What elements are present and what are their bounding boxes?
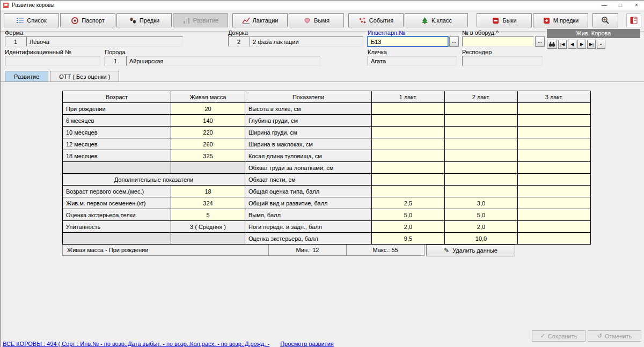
lact3-cell[interactable] (518, 138, 591, 150)
farm-code-field[interactable] (5, 36, 26, 47)
lact3-cell[interactable] (518, 150, 591, 162)
delete-data-button[interactable]: ✎ Удалить данные (426, 245, 515, 256)
development-icon (182, 17, 191, 25)
toolbar-button-lactations[interactable]: Лактации (232, 13, 288, 27)
last-record-button[interactable]: ▶| (587, 40, 596, 49)
toolbar-button-passport[interactable]: Паспорт (60, 13, 115, 27)
lact1-cell[interactable]: 5,0 (372, 209, 445, 221)
toolbar-button-maternal-ancestors[interactable]: М.предки (533, 13, 588, 27)
mass-cell[interactable]: 324 (171, 197, 245, 209)
toolbar-button-label: Список (27, 17, 47, 24)
minimize-button[interactable]: — (596, 1, 612, 10)
lact3-cell[interactable] (518, 197, 591, 209)
lact3-cell[interactable] (518, 103, 591, 115)
lact1-cell[interactable] (372, 138, 445, 150)
lact3-cell[interactable] (518, 209, 591, 221)
header-lact2: 2 лакт. (445, 91, 518, 103)
more-records-button[interactable]: ▪ (597, 40, 605, 49)
mass-cell[interactable]: 260 (171, 138, 245, 150)
lact2-cell[interactable]: 3,0 (445, 197, 518, 209)
lact1-cell[interactable] (372, 186, 445, 197)
nickname-field[interactable] (368, 56, 457, 66)
app-window: Развитие коровы — □ × Список Паспорт Пре… (0, 0, 644, 347)
lact2-cell[interactable] (445, 103, 518, 115)
mass-cell[interactable]: 140 (171, 115, 245, 127)
indicator-cell: Вымя, балл (245, 209, 372, 221)
mass-cell[interactable]: 20 (171, 103, 245, 115)
lact2-cell[interactable]: 5,0 (445, 209, 518, 221)
lact3-cell[interactable] (518, 115, 591, 127)
toolbar-button-bulls[interactable]: Быки (477, 13, 532, 27)
status-bar: ВСЕ КОРОВЫ : 494 ( Сорт : Инв.№ - по воз… (3, 341, 334, 347)
close-button[interactable]: × (628, 1, 644, 10)
inventory-browse-button[interactable]: ... (449, 36, 459, 47)
delete-icon: ✎ (444, 247, 449, 254)
lact1-cell[interactable] (372, 174, 445, 186)
responder-field[interactable] (462, 56, 543, 66)
lact3-cell[interactable] (518, 221, 591, 233)
prev-record-button[interactable]: ◀ (568, 40, 576, 49)
mass-cell[interactable]: 220 (171, 127, 245, 138)
lact2-cell[interactable]: 10,0 (445, 233, 518, 245)
report-button[interactable] (626, 13, 641, 27)
lact1-cell[interactable] (372, 150, 445, 162)
milkmaid-code-field[interactable] (228, 36, 250, 47)
find-cow-button[interactable] (592, 13, 618, 27)
mass-cell[interactable]: 3 ( Средняя ) (171, 221, 245, 233)
lact2-cell[interactable] (445, 162, 518, 174)
cancel-label: Отменить (605, 333, 632, 339)
lact3-cell[interactable] (518, 127, 591, 138)
inventory-number-label[interactable]: Инвентарн.№ (368, 29, 405, 37)
lact2-cell[interactable] (445, 174, 518, 186)
lact2-cell[interactable] (445, 127, 518, 138)
mass-cell[interactable]: 5 (171, 209, 245, 221)
header-lact1: 1 лакт. (372, 91, 445, 103)
lact1-cell[interactable] (372, 127, 445, 138)
inventory-number-field[interactable] (368, 36, 448, 47)
equipment-number-field[interactable] (462, 36, 534, 47)
lact2-cell[interactable] (445, 115, 518, 127)
toolbar-button-development[interactable]: Развитие (173, 13, 228, 27)
status-mode-text: Просмотр развития (280, 341, 334, 347)
identification-field[interactable] (5, 56, 100, 66)
table-row: Возраст первого осем.(мес.) 18 Общая оце… (63, 186, 591, 197)
breed-code-field[interactable] (105, 56, 126, 66)
lact1-cell[interactable]: 2,0 (372, 221, 445, 233)
toolbar-button-ancestors[interactable]: Предки (116, 13, 172, 27)
lact1-cell[interactable] (372, 162, 445, 174)
tab-development[interactable]: Развитие (5, 71, 48, 82)
equipment-browse-button[interactable]: ... (535, 36, 545, 47)
farm-name-field[interactable] (26, 36, 183, 47)
save-button[interactable]: ✓ Сохранить (532, 330, 586, 342)
lact2-cell[interactable]: 2,0 (445, 221, 518, 233)
app-icon (3, 2, 9, 9)
toolbar-button-class[interactable]: К.класс (405, 13, 468, 27)
lact2-cell[interactable] (445, 186, 518, 197)
lact1-cell[interactable] (372, 103, 445, 115)
window-title: Развитие коровы (12, 2, 54, 8)
next-record-button[interactable]: ▶ (577, 40, 586, 49)
lact3-cell[interactable] (518, 162, 591, 174)
mass-cell[interactable]: 18 (171, 186, 245, 197)
maximize-button[interactable]: □ (612, 1, 628, 10)
toolbar-button-udder[interactable]: Вымя (289, 13, 344, 27)
cancel-button[interactable]: ↺ Отменить (588, 330, 641, 342)
lact1-cell[interactable]: 2,5 (372, 197, 445, 209)
lact2-cell[interactable] (445, 150, 518, 162)
lact1-cell[interactable]: 9,5 (372, 233, 445, 245)
toolbar-button-events[interactable]: События (348, 13, 404, 27)
lact3-cell[interactable] (518, 186, 591, 197)
search-record-button[interactable] (547, 40, 557, 49)
first-record-button[interactable]: |◀ (558, 40, 567, 49)
lact2-cell[interactable] (445, 138, 518, 150)
age-cell: 18 месяцев (63, 150, 171, 162)
lact3-cell[interactable] (518, 174, 591, 186)
lact1-cell[interactable] (372, 115, 445, 127)
milkmaid-name-field[interactable] (250, 36, 363, 47)
breed-name-field[interactable] (126, 56, 320, 66)
mass-cell[interactable]: 325 (171, 150, 245, 162)
tab-ott[interactable]: ОТТ ( Без оценки ) (50, 71, 119, 82)
lact3-cell[interactable] (518, 233, 591, 245)
toolbar-button-list[interactable]: Список (4, 13, 59, 27)
nickname-label: Кличка (368, 49, 387, 56)
